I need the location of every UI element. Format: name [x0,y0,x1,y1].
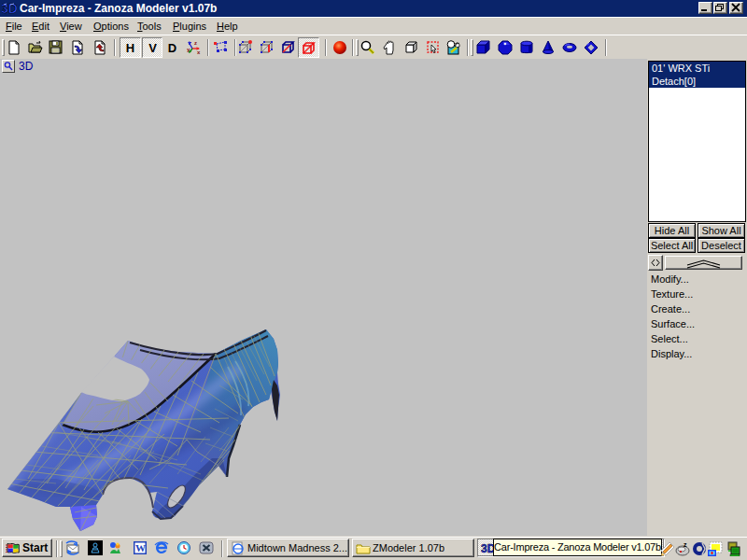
svg-text:z: z [194,40,197,46]
svg-text:x: x [197,49,201,55]
svg-text:z: z [684,541,687,548]
svg-text:3D: 3D [2,1,17,16]
svg-text:W: W [135,542,146,553]
